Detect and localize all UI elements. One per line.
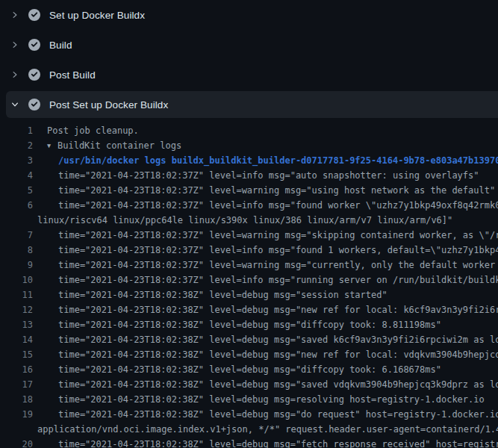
log-text: application/vnd.oci.image.index.v1+json,… [37, 422, 498, 437]
group-toggle-icon[interactable]: ▼ [47, 138, 57, 153]
log-text: time="2021-04-23T18:02:38Z" level=debug … [37, 362, 441, 377]
step-label: Build [49, 40, 72, 51]
line-number: 17 [0, 377, 33, 392]
step-label: Set up Docker Buildx [49, 10, 145, 21]
log-text: ▼BuildKit container logs [37, 138, 181, 153]
log-text: linux/riscv64 linux/ppc64le linux/s390x … [37, 213, 452, 228]
check-circle-icon [28, 39, 40, 51]
step-header-post-build[interactable]: Post Build [0, 60, 498, 90]
line-number [0, 422, 33, 437]
line-number [0, 213, 33, 228]
log-line: 16time="2021-04-23T18:02:38Z" level=debu… [0, 362, 498, 377]
log-line: 8time="2021-04-23T18:02:37Z" level=info … [0, 243, 498, 258]
step-header-setup-docker-buildx[interactable]: Set up Docker Buildx [0, 0, 498, 30]
chevron-right-icon [9, 69, 21, 81]
line-number: 8 [0, 243, 33, 258]
log-text: Post job cleanup. [37, 123, 139, 138]
line-number: 4 [0, 168, 33, 183]
line-number: 11 [0, 287, 33, 302]
log-line: 2▼BuildKit container logs [0, 138, 498, 153]
line-number: 6 [0, 198, 33, 213]
log-text: time="2021-04-23T18:02:37Z" level=info m… [37, 273, 498, 287]
log-lines: 1Post job cleanup.2▼BuildKit container l… [0, 119, 498, 448]
line-number: 5 [0, 183, 33, 198]
log-line: 4time="2021-04-23T18:02:37Z" level=info … [0, 168, 498, 183]
line-number: 2 [0, 138, 33, 153]
log-line: 15time="2021-04-23T18:02:38Z" level=debu… [0, 347, 498, 362]
step-header-post-setup-docker-buildx[interactable]: Post Set up Docker Buildx [0, 90, 498, 119]
line-number: 12 [0, 302, 33, 317]
check-circle-icon [28, 69, 40, 81]
log-line: 5time="2021-04-23T18:02:37Z" level=warni… [0, 183, 498, 198]
line-number: 10 [0, 273, 33, 287]
line-number: 20 [0, 437, 33, 448]
log-text: time="2021-04-23T18:02:38Z" level=debug … [37, 407, 498, 422]
line-number: 15 [0, 347, 33, 362]
log-line: 1Post job cleanup. [0, 123, 498, 138]
line-number: 19 [0, 407, 33, 422]
log-text: time="2021-04-23T18:02:37Z" level=warnin… [37, 258, 498, 273]
log-text: time="2021-04-23T18:02:37Z" level=warnin… [37, 183, 495, 198]
log-line: application/vnd.oci.image.index.v1+json,… [0, 422, 498, 437]
log-line: 9time="2021-04-23T18:02:37Z" level=warni… [0, 258, 498, 273]
log-text: time="2021-04-23T18:02:38Z" level=debug … [37, 392, 485, 407]
line-number: 14 [0, 332, 33, 347]
log-text: time="2021-04-23T18:02:38Z" level=debug … [37, 437, 498, 448]
line-number: 9 [0, 258, 33, 273]
log-text: time="2021-04-23T18:02:38Z" level=debug … [37, 377, 498, 392]
log-line: 20time="2021-04-23T18:02:38Z" level=debu… [0, 437, 498, 448]
log-command-text: /usr/bin/docker logs buildx_buildkit_bui… [37, 153, 498, 168]
log-text: time="2021-04-23T18:02:38Z" level=debug … [37, 317, 441, 332]
check-circle-icon [28, 9, 40, 21]
log-text: time="2021-04-23T18:02:37Z" level=info m… [37, 198, 498, 213]
log-text: time="2021-04-23T18:02:38Z" level=debug … [37, 287, 387, 302]
steps-list: Set up Docker Buildx Build Post Build Po… [0, 0, 498, 119]
line-number: 13 [0, 317, 33, 332]
log-line: 7time="2021-04-23T18:02:37Z" level=warni… [0, 228, 498, 243]
log-text: time="2021-04-23T18:02:37Z" level=info m… [37, 168, 479, 183]
chevron-right-icon [9, 39, 21, 51]
log-line: 3/usr/bin/docker logs buildx_buildkit_bu… [0, 153, 498, 168]
log-line: 10time="2021-04-23T18:02:37Z" level=info… [0, 273, 498, 287]
log-line: 14time="2021-04-23T18:02:38Z" level=debu… [0, 332, 498, 347]
line-number: 3 [0, 153, 33, 168]
line-number: 7 [0, 228, 33, 243]
log-line: 13time="2021-04-23T18:02:38Z" level=debu… [0, 317, 498, 332]
log-line: linux/riscv64 linux/ppc64le linux/s390x … [0, 213, 498, 228]
step-label: Post Build [49, 69, 96, 81]
log-line: 17time="2021-04-23T18:02:38Z" level=debu… [0, 377, 498, 392]
log-line: 11time="2021-04-23T18:02:38Z" level=debu… [0, 287, 498, 302]
line-number: 18 [0, 392, 33, 407]
log-line: 12time="2021-04-23T18:02:38Z" level=debu… [0, 302, 498, 317]
log-line: 19time="2021-04-23T18:02:38Z" level=debu… [0, 407, 498, 422]
log-line: 18time="2021-04-23T18:02:38Z" level=debu… [0, 392, 498, 407]
line-number: 1 [0, 123, 33, 138]
chevron-right-icon [9, 9, 21, 21]
step-header-build[interactable]: Build [0, 30, 498, 60]
log-text: time="2021-04-23T18:02:38Z" level=debug … [37, 332, 498, 347]
log-line: 6time="2021-04-23T18:02:37Z" level=info … [0, 198, 498, 213]
step-label: Post Set up Docker Buildx [49, 99, 168, 111]
log-text: time="2021-04-23T18:02:37Z" level=info m… [37, 243, 498, 258]
check-circle-icon [28, 99, 40, 111]
log-text: time="2021-04-23T18:02:37Z" level=warnin… [37, 228, 498, 243]
line-number: 16 [0, 362, 33, 377]
log-text: time="2021-04-23T18:02:38Z" level=debug … [37, 302, 498, 317]
log-text: time="2021-04-23T18:02:38Z" level=debug … [37, 347, 498, 362]
chevron-down-icon [9, 99, 21, 111]
